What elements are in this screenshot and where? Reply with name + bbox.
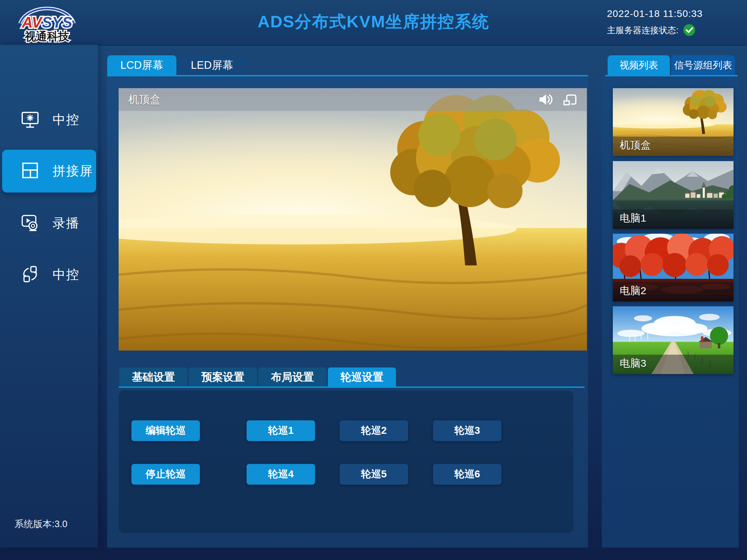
tab-preset-settings[interactable]: 预案设置 — [189, 367, 257, 387]
tour-settings-panel: 编辑轮巡轮巡1轮巡2轮巡3停止轮巡轮巡4轮巡5轮巡6 — [119, 391, 573, 533]
sidebar-item-label: 中控 — [53, 111, 80, 129]
preview-source-label: 机顶盒 — [128, 92, 160, 107]
speaker-icon[interactable] — [538, 93, 553, 106]
thumb-label: 电脑1 — [620, 211, 646, 225]
sidebar-item-label: 中控 — [53, 266, 80, 283]
app-root: AVSYS 视通科技 ADS分布式KVM坐席拼控系统 2022-01-18 11… — [0, 0, 747, 560]
sidebar-item-label: 拼接屏 — [53, 162, 93, 180]
tab-tour-settings[interactable]: 轮巡设置 — [328, 367, 396, 387]
tab-signal-group-list[interactable]: 信号源组列表 — [671, 55, 735, 75]
tab-led-screen[interactable]: LED屏幕 — [177, 55, 247, 75]
datetime-text: 2022-01-18 11:50:33 — [607, 8, 703, 19]
video-thumb-pc2[interactable]: 电脑2 — [613, 234, 734, 301]
settings-tabs: 基础设置预案设置布局设置轮巡设置 — [119, 367, 396, 387]
tab-layout-settings[interactable]: 布局设置 — [258, 367, 326, 387]
preview-title-bar: 机顶盒 — [119, 88, 587, 111]
tour-2-button[interactable]: 轮巡2 — [340, 420, 408, 441]
video-thumb-pc3[interactable]: 电脑3 — [613, 306, 734, 374]
main-panel: LCD屏幕LED屏幕 机顶盒 — [107, 55, 588, 548]
source-tabs-underline — [605, 75, 737, 76]
tour-4-button[interactable]: 轮巡4 — [247, 464, 315, 485]
thumb-label: 电脑2 — [620, 284, 646, 298]
tour-6-button[interactable]: 轮巡6 — [433, 464, 501, 485]
server-status-label: 主服务器连接状态: — [607, 25, 679, 36]
stop-tour-button[interactable]: 停止轮巡 — [131, 464, 200, 485]
video-thumb-stb[interactable]: 机顶盒 — [613, 88, 734, 156]
tour-3-button[interactable]: 轮巡3 — [433, 420, 501, 441]
video-preview-window[interactable]: 机顶盒 — [119, 88, 587, 351]
thumb-label: 机顶盒 — [620, 138, 651, 152]
record-camera-icon — [20, 213, 40, 234]
screen-tabs-underline — [107, 75, 588, 76]
source-list-panel: 视频列表信号源组列表 机顶盒 电脑1 电脑2 — [590, 55, 740, 548]
sidebar-item-recording[interactable]: 录播 — [2, 202, 96, 245]
tour-1-button[interactable]: 轮巡1 — [247, 420, 315, 441]
split-screen-icon — [20, 160, 40, 182]
sync-blocks-icon — [20, 264, 40, 286]
sidebar-item-central-control[interactable]: 中控 — [2, 99, 96, 141]
tab-lcd-screen[interactable]: LCD屏幕 — [107, 55, 176, 75]
settings-tabs-underline — [119, 386, 584, 388]
sidebar-item-central-control-2[interactable]: 中控 — [2, 253, 96, 296]
sidebar-item-video-wall[interactable]: 拼接屏 — [2, 150, 96, 193]
tab-video-list[interactable]: 视频列表 — [608, 55, 670, 75]
header-status-block: 2022-01-18 11:50:33 主服务器连接状态: — [607, 8, 703, 37]
sidebar-nav: 中控 拼接屏 录播 中控 系统版本:3.0 — [0, 45, 98, 548]
status-ok-check-icon — [683, 24, 696, 37]
video-thumb-pc1[interactable]: 电脑1 — [613, 161, 734, 229]
fullscreen-icon[interactable] — [563, 93, 577, 106]
system-version-text: 系统版本:3.0 — [15, 518, 67, 530]
source-list-tabs: 视频列表信号源组列表 — [608, 55, 735, 75]
monitor-gear-icon — [20, 109, 40, 131]
screen-type-tabs: LCD屏幕LED屏幕 — [107, 55, 247, 75]
sidebar-item-label: 录播 — [53, 215, 80, 232]
edit-tour-button[interactable]: 编辑轮巡 — [131, 420, 200, 441]
thumb-label: 电脑3 — [620, 356, 646, 371]
tour-5-button[interactable]: 轮巡5 — [340, 464, 408, 485]
tab-basic-settings[interactable]: 基础设置 — [119, 367, 187, 387]
app-header: AVSYS 视通科技 ADS分布式KVM坐席拼控系统 2022-01-18 11… — [0, 0, 747, 46]
